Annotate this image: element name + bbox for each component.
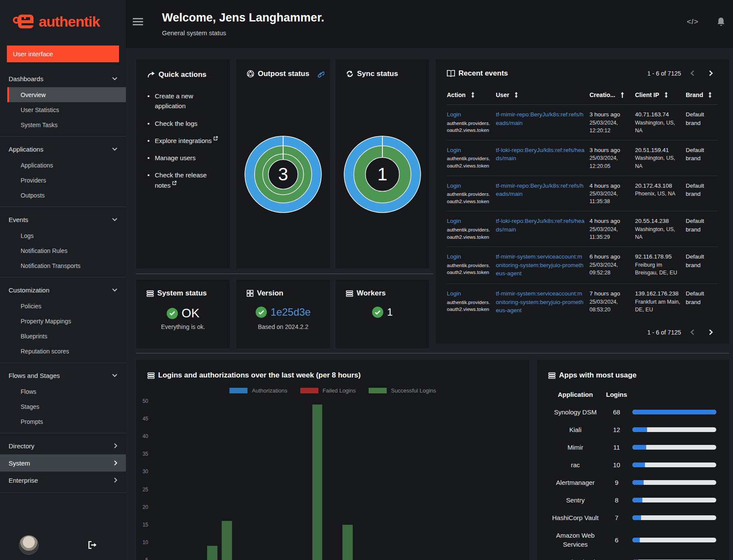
sidebar-item-prompts[interactable]: Prompts bbox=[0, 414, 126, 429]
avatar[interactable] bbox=[19, 535, 39, 555]
event-action-link[interactable]: Login bbox=[447, 290, 461, 297]
sidebar-item-property-mappings[interactable]: Property Mappings bbox=[0, 313, 126, 329]
sidebar-item-stages[interactable]: Stages bbox=[0, 399, 126, 414]
event-user-link[interactable]: tf-mimir-repo:BeryJu/k8s:ref:refs/heads/… bbox=[496, 111, 583, 126]
column-header-brand[interactable]: Brand bbox=[686, 89, 718, 105]
event-location: Phoenix, US, NA bbox=[635, 190, 681, 198]
recent-events-card: Recent events 1 - 6 of 7125 Action User … bbox=[436, 59, 729, 344]
quick-action-manage-users[interactable]: •Manage users bbox=[147, 153, 222, 163]
logout-icon[interactable] bbox=[88, 541, 97, 549]
event-row: Loginauthentik.providers.oauth2.views.to… bbox=[447, 176, 718, 211]
pagination-next-icon[interactable] bbox=[704, 328, 718, 337]
event-user-link[interactable]: tf-loki-repo:BeryJu/k8s:ref:refs/heads/m… bbox=[496, 218, 584, 233]
column-header-action[interactable]: Action bbox=[447, 89, 496, 105]
column-header-creation[interactable]: Creatio... bbox=[589, 89, 635, 105]
sidebar-section-system[interactable]: System bbox=[0, 454, 126, 472]
section-label: System bbox=[9, 460, 30, 467]
event-time-absolute: 25/03/2024, 08:53:20 bbox=[589, 298, 631, 313]
sidebar-item-policies[interactable]: Policies bbox=[0, 298, 126, 313]
version-link[interactable]: 1e25d3e bbox=[271, 306, 311, 318]
event-action-link[interactable]: Login bbox=[447, 218, 461, 224]
system-status-detail: Everything is ok. bbox=[136, 323, 230, 330]
usage-row: Alertmanager9 bbox=[548, 474, 718, 491]
user-interface-button[interactable]: User interface bbox=[7, 46, 119, 62]
pagination-label: 1 - 6 of 7125 bbox=[647, 70, 681, 77]
usage-bar bbox=[632, 427, 716, 432]
event-brand: Default brand bbox=[686, 217, 714, 234]
sidebar-section-applications[interactable]: Applications bbox=[0, 140, 126, 158]
section-label: Enterprise bbox=[9, 477, 38, 484]
event-user-link[interactable]: tf-loki-repo:BeryJu/k8s:ref:refs/heads/m… bbox=[496, 147, 584, 162]
sidebar-item-logs[interactable]: Logs bbox=[0, 228, 126, 243]
chart-ytick: 35 bbox=[143, 451, 148, 457]
chart-bar bbox=[312, 405, 323, 560]
usage-row: Amazon Web Services6 bbox=[548, 527, 718, 553]
sidebar-item-blueprints[interactable]: Blueprints bbox=[0, 329, 126, 344]
logo-text: authentik bbox=[39, 13, 100, 30]
page-title: Welcome, Jens Langhammer. bbox=[162, 11, 324, 24]
sidebar-item-providers[interactable]: Providers bbox=[0, 173, 126, 188]
event-row: Loginauthentik.providers.oauth2.views.to… bbox=[447, 247, 718, 284]
event-time-relative: 7 hours ago bbox=[589, 289, 631, 298]
hamburger-menu-icon[interactable] bbox=[133, 18, 143, 27]
pagination-prev-icon[interactable] bbox=[685, 69, 699, 78]
server-icon bbox=[147, 372, 155, 379]
outpost-icon bbox=[247, 70, 254, 78]
item-label: Stages bbox=[21, 403, 40, 410]
sidebar-item-notification-rules[interactable]: Notification Rules bbox=[0, 243, 126, 258]
event-row: Loginauthentik.providers.oauth2.views.to… bbox=[447, 283, 718, 320]
item-label: Blueprints bbox=[21, 333, 47, 340]
sidebar-section-directory[interactable]: Directory bbox=[0, 437, 126, 454]
sidebar-item-reputation-scores[interactable]: Reputation scores bbox=[0, 344, 126, 359]
column-header-client-ip[interactable]: Client IP bbox=[635, 89, 686, 105]
event-user-link[interactable]: tf-mimir-system:serviceaccount:monitorin… bbox=[496, 290, 583, 313]
column-header-user[interactable]: User bbox=[496, 89, 589, 105]
chevron-right-icon bbox=[114, 478, 117, 483]
sidebar-item-outposts[interactable]: Outposts bbox=[0, 188, 126, 203]
sidebar-section-customization[interactable]: Customization bbox=[0, 281, 126, 298]
event-user-link[interactable]: tf-mimir-system:serviceaccount:monitorin… bbox=[496, 253, 583, 277]
quick-actions-title: Quick actions bbox=[159, 70, 206, 79]
quick-action-release-notes[interactable]: •Check the release notes bbox=[147, 170, 222, 190]
quick-action-create-application[interactable]: •Create a new application bbox=[147, 91, 222, 111]
version-card: Version 1e25d3e Based on 2024.2.2 bbox=[236, 280, 330, 348]
sidebar-section-events[interactable]: Events bbox=[0, 211, 126, 228]
sync-healthy-count: 1 bbox=[342, 134, 423, 215]
quick-action-label: Check the logs bbox=[155, 119, 197, 128]
pagination-prev-icon[interactable] bbox=[685, 328, 699, 337]
sort-asc-icon bbox=[620, 92, 624, 98]
sidebar-section-flows-and-stages[interactable]: Flows and Stages bbox=[0, 367, 126, 384]
sidebar-item-applications[interactable]: Applications bbox=[0, 158, 126, 173]
api-code-icon[interactable]: </> bbox=[687, 18, 699, 26]
sidebar-item-system-tasks[interactable]: System Tasks bbox=[0, 117, 126, 132]
sidebar-item-flows[interactable]: Flows bbox=[0, 384, 126, 399]
pagination-next-icon[interactable] bbox=[704, 69, 718, 78]
legend-item-authorizations: Authorizations bbox=[229, 387, 287, 394]
sidebar-item-notification-transports[interactable]: Notification Transports bbox=[0, 258, 126, 273]
event-action-link[interactable]: Login bbox=[447, 253, 461, 260]
sidebar-section-enterprise[interactable]: Enterprise bbox=[0, 472, 126, 489]
sidebar: authentik User interface Dashboards Over… bbox=[0, 0, 126, 560]
legend-swatch bbox=[369, 388, 387, 393]
version-detail: Based on 2024.2.2 bbox=[236, 323, 330, 330]
notifications-bell-icon[interactable] bbox=[717, 17, 725, 27]
event-user-link[interactable]: tf-mimir-repo:BeryJu/k8s:ref:refs/heads/… bbox=[496, 183, 583, 198]
quick-action-check-logs[interactable]: •Check the logs bbox=[147, 119, 222, 128]
system-status-title: System status bbox=[157, 289, 207, 298]
sidebar-section-dashboards[interactable]: Dashboards bbox=[0, 70, 126, 87]
event-action-link[interactable]: Login bbox=[447, 183, 461, 189]
event-action-link[interactable]: Login bbox=[447, 111, 461, 118]
event-time-absolute: 25/03/2024, 12:20:12 bbox=[589, 119, 631, 134]
chart-ytick: 5 bbox=[145, 557, 148, 560]
item-label: Reputation scores bbox=[21, 348, 69, 355]
usage-app-name: Sentry bbox=[548, 491, 602, 509]
workers-value: 1 bbox=[387, 306, 393, 318]
divider bbox=[0, 136, 126, 137]
event-action-link[interactable]: Login bbox=[447, 147, 461, 153]
usage-login-count: 7 bbox=[602, 509, 631, 527]
link-icon[interactable] bbox=[317, 70, 324, 78]
sidebar-item-user-statistics[interactable]: User Statistics bbox=[0, 102, 126, 117]
workers-card: Workers 1 bbox=[336, 280, 429, 348]
quick-action-explore-integrations[interactable]: •Explore integrations bbox=[147, 136, 222, 146]
sidebar-item-overview[interactable]: Overview bbox=[7, 87, 126, 102]
